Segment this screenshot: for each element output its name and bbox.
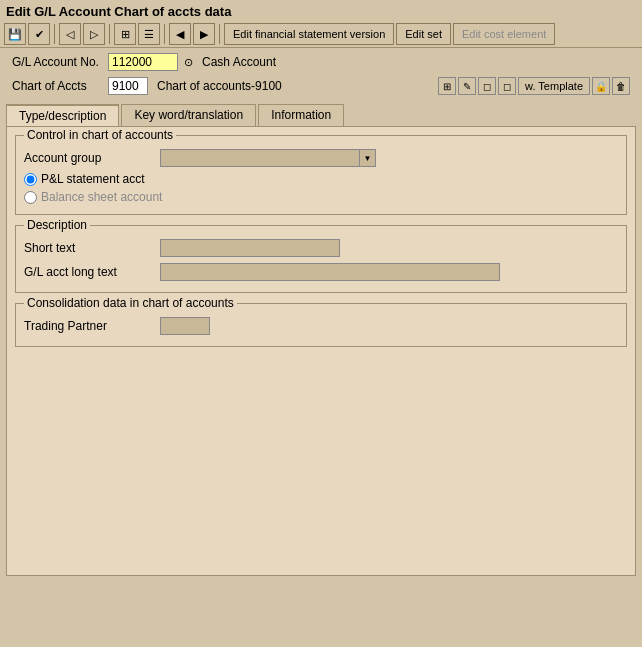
chart-of-accts-row: Chart of Accts Chart of accounts-9100 ⊞ … [6, 74, 636, 98]
separator-2 [109, 24, 110, 44]
consolidation-section-content: Trading Partner [24, 314, 618, 338]
template-section: ⊞ ✎ ◻ ◻ w. Template 🔒 🗑 [438, 77, 630, 95]
title-bar: Edit G/L Account Chart of accts data [0, 0, 642, 21]
back-button[interactable]: ◁ [59, 23, 81, 45]
short-text-input[interactable] [160, 239, 340, 257]
long-text-input[interactable] [160, 263, 500, 281]
chart-of-accts-label: Chart of Accts [12, 79, 102, 93]
short-text-row: Short text [24, 236, 618, 260]
delete-icon[interactable]: 🗑 [612, 77, 630, 95]
tab-keyword-translation[interactable]: Key word/translation [121, 104, 256, 126]
page-title: Edit G/L Account Chart of accts data [6, 4, 231, 19]
balance-sheet-radio[interactable] [24, 191, 37, 204]
control-section: Control in chart of accounts Account gro… [15, 135, 627, 215]
template-icon2[interactable]: ✎ [458, 77, 476, 95]
command-button[interactable]: ⊞ [114, 23, 136, 45]
pl-statement-label[interactable]: P&L statement acct [41, 172, 145, 186]
template-button[interactable]: w. Template [518, 77, 590, 95]
chart-name-value: Chart of accounts-9100 [154, 77, 285, 95]
description-section-content: Short text G/L acct long text [24, 236, 618, 284]
gl-account-input[interactable] [108, 53, 178, 71]
account-group-label: Account group [24, 151, 154, 165]
template-label: w. Template [525, 80, 583, 92]
balance-sheet-label[interactable]: Balance sheet account [41, 190, 162, 204]
main-toolbar: 💾 ✔ ◁ ▷ ⊞ ☰ ◀ ▶ Edit financial statement… [0, 21, 642, 48]
main-content: Control in chart of accounts Account gro… [6, 126, 636, 576]
nav-prev-button[interactable]: ◀ [169, 23, 191, 45]
separator-1 [54, 24, 55, 44]
separator-3 [164, 24, 165, 44]
save-button[interactable]: 💾 [4, 23, 26, 45]
trading-partner-label: Trading Partner [24, 319, 154, 333]
description-section-title: Description [24, 218, 90, 232]
account-type-value: Cash Account [199, 53, 279, 71]
edit-cost-button: Edit cost element [453, 23, 555, 45]
balance-sheet-row: Balance sheet account [24, 188, 618, 206]
short-text-label: Short text [24, 241, 154, 255]
lock-icon[interactable]: 🔒 [592, 77, 610, 95]
trading-partner-row: Trading Partner [24, 314, 618, 338]
account-group-input-wrapper: ▼ [160, 149, 376, 167]
template-icon4[interactable]: ◻ [498, 77, 516, 95]
template-icon1[interactable]: ⊞ [438, 77, 456, 95]
chart-of-accts-input[interactable] [108, 77, 148, 95]
description-section: Description Short text G/L acct long tex… [15, 225, 627, 293]
long-text-label: G/L acct long text [24, 265, 154, 279]
control-section-content: Account group ▼ P&L statement acct Balan… [24, 146, 618, 206]
consolidation-section-title: Consolidation data in chart of accounts [24, 296, 237, 310]
settings-button[interactable]: ☰ [138, 23, 160, 45]
tabs-row: Type/description Key word/translation In… [0, 100, 642, 126]
edit-set-button[interactable]: Edit set [396, 23, 451, 45]
account-group-dropdown[interactable]: ▼ [360, 149, 376, 167]
separator-4 [219, 24, 220, 44]
consolidation-section: Consolidation data in chart of accounts … [15, 303, 627, 347]
forward-button[interactable]: ▷ [83, 23, 105, 45]
gl-account-label: G/L Account No. [12, 55, 102, 69]
template-icon3[interactable]: ◻ [478, 77, 496, 95]
account-group-row: Account group ▼ [24, 146, 618, 170]
trading-partner-input[interactable] [160, 317, 210, 335]
edit-fs-button[interactable]: Edit financial statement version [224, 23, 394, 45]
control-section-title: Control in chart of accounts [24, 128, 176, 142]
tab-information[interactable]: Information [258, 104, 344, 126]
account-type-icon[interactable]: ⊙ [184, 56, 193, 69]
header-section: G/L Account No. ⊙ Cash Account Chart of … [0, 48, 642, 100]
nav-next-button[interactable]: ▶ [193, 23, 215, 45]
account-group-input[interactable] [160, 149, 360, 167]
gl-account-row: G/L Account No. ⊙ Cash Account [6, 50, 636, 74]
check-button[interactable]: ✔ [28, 23, 50, 45]
pl-statement-row: P&L statement acct [24, 170, 618, 188]
pl-statement-radio[interactable] [24, 173, 37, 186]
long-text-row: G/L acct long text [24, 260, 618, 284]
tab-type-description[interactable]: Type/description [6, 104, 119, 126]
